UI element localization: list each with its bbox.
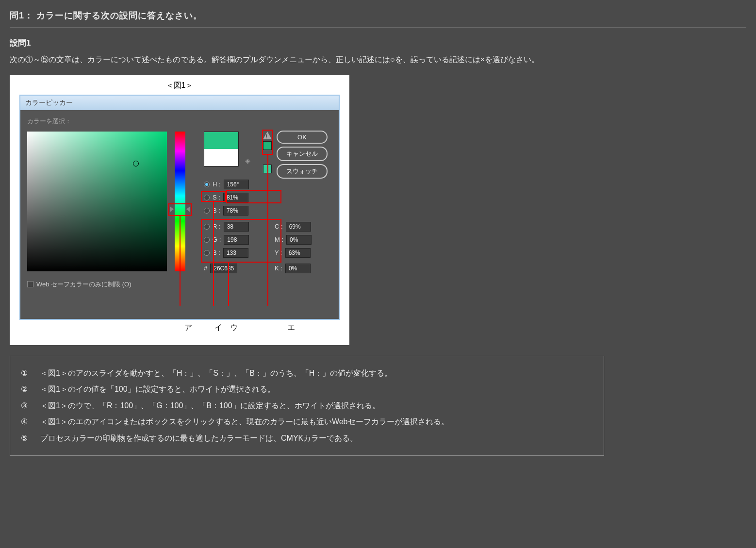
statement-4-text: ＜図1＞のエのアイコンまたはボックスをクリックすると、現在のカラーに最も近いWe…: [40, 414, 449, 430]
hue-row[interactable]: H : 156°: [204, 180, 249, 189]
previous-color-swatch: [204, 149, 238, 166]
statement-3-text: ＜図1＞のウで、「R：100」、「G：100」、「B：100」に設定すると、ホワ…: [40, 398, 380, 414]
annotation-line-a: [180, 216, 181, 306]
web-safe-cube-icon[interactable]: ◈: [245, 157, 250, 165]
statements-box: ① ＜図1＞のアのスライダを動かすと、「H：」、「S：」、「B：」のうち、「H：…: [10, 356, 604, 456]
hex-label: #: [204, 265, 207, 272]
current-previous-swatch: [204, 132, 239, 166]
c-value[interactable]: 69%: [286, 222, 311, 232]
ok-button[interactable]: OK: [277, 131, 328, 144]
picker-body: カラーを選択： Web セーフカラーのみに制限 (O) ! ◈: [20, 110, 339, 319]
annotation-label-u: ウ: [230, 323, 238, 333]
statement-5-text: プロセスカラーの印刷物を作成するのに最も適したカラーモードは、CMYKカラーであ…: [40, 430, 358, 447]
h-value[interactable]: 156°: [224, 180, 249, 189]
web-safe-checkbox[interactable]: Web セーフカラーのみに制限 (O): [27, 280, 131, 289]
statement-1-text: ＜図1＞のアのスライダを動かすと、「H：」、「S：」、「B：」のうち、「H：」の…: [40, 365, 392, 382]
k-value[interactable]: 0%: [285, 264, 311, 273]
annotation-label-a: ア: [184, 323, 192, 333]
hex-value[interactable]: 26C685: [210, 264, 237, 273]
cancel-button[interactable]: キャンセル: [277, 147, 328, 161]
instruction-text: 次の①～⑤の文章は、カラーについて述べたものである。解答欄のプルダウンメニューか…: [10, 53, 746, 66]
annotation-line-u: [228, 263, 229, 306]
statement-3-num: ③: [21, 398, 33, 414]
color-field[interactable]: [27, 132, 167, 271]
m-value[interactable]: 0%: [286, 235, 312, 245]
question-title: 問1： カラーに関する次の設問に答えなさい。: [10, 10, 746, 28]
hex-row[interactable]: # 26C685: [204, 264, 237, 273]
sub-question-title: 設問1: [10, 37, 746, 49]
statement-4: ④ ＜図1＞のエのアイコンまたはボックスをクリックすると、現在のカラーに最も近い…: [21, 414, 593, 430]
figure-1: ＜図1＞ カラーピッカー カラーを選択： Web セーフカラーのみに制限 (O): [10, 75, 349, 345]
statement-5-num: ⑤: [21, 430, 33, 447]
statement-2-num: ②: [21, 381, 33, 398]
radio-b[interactable]: [204, 208, 210, 214]
swatch-button[interactable]: スウォッチ: [277, 164, 328, 179]
statement-4-num: ④: [21, 414, 33, 430]
annotation-line-i: [213, 202, 214, 306]
annotation-labels: ア イ ウ エ: [19, 323, 340, 334]
figure-label: ＜図1＞: [16, 81, 344, 91]
statement-1-num: ①: [21, 365, 33, 382]
statement-2: ② ＜図1＞のイの値を「100」に設定すると、ホワイトが選択される。: [21, 381, 593, 398]
h-label: H :: [213, 181, 221, 188]
color-picker-window: カラーピッカー カラーを選択： Web セーフカラーのみに制限 (O) !: [19, 95, 340, 320]
radio-h[interactable]: [204, 182, 210, 187]
statement-1: ① ＜図1＞のアのスライダを動かすと、「H：」、「S：」、「B：」のうち、「H：…: [21, 365, 593, 382]
select-color-label: カラーを選択：: [27, 117, 332, 126]
annotation-box-i: [201, 191, 226, 202]
brightness-row[interactable]: B : 78%: [204, 206, 248, 216]
web-safe-label: Web セーフカラーのみに制限 (O): [36, 280, 131, 289]
k-label: K :: [275, 265, 282, 272]
y-value[interactable]: 63%: [285, 248, 311, 258]
b-value[interactable]: 78%: [223, 206, 248, 216]
annotation-box-a: [168, 203, 192, 216]
current-color-swatch: [204, 132, 238, 149]
color-field-cursor[interactable]: [133, 161, 139, 166]
statement-5: ⑤ プロセスカラーの印刷物を作成するのに最も適したカラーモードは、CMYKカラー…: [21, 430, 593, 447]
window-title: カラーピッカー: [20, 96, 339, 110]
annotation-label-e: エ: [287, 323, 295, 333]
checkbox-icon[interactable]: [27, 281, 33, 287]
statement-2-text: ＜図1＞のイの値を「100」に設定すると、ホワイトが選択される。: [40, 381, 275, 398]
dialog-buttons: OK キャンセル スウォッチ: [277, 131, 328, 179]
annotation-box-e: [262, 130, 273, 155]
annotation-label-i: イ: [214, 323, 222, 333]
statement-3: ③ ＜図1＞のウで、「R：100」、「G：100」、「B：100」に設定すると、…: [21, 398, 593, 414]
black-row: K : 0%: [275, 264, 311, 273]
annotation-box-i-value: [226, 190, 281, 203]
annotation-line-e: [267, 155, 268, 306]
